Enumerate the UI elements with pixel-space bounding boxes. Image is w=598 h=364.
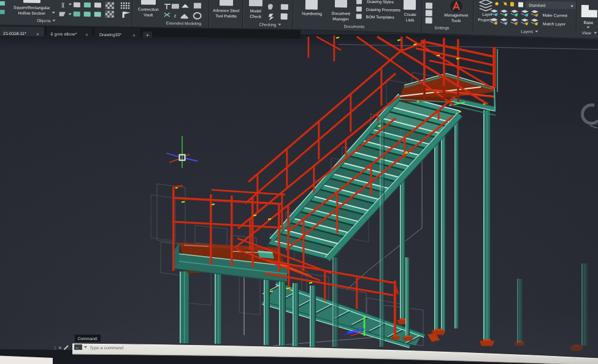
svg-text:Vault: Vault: [144, 13, 153, 17]
svg-text:Checking: Checking: [259, 23, 276, 27]
svg-text:Standard: Standard: [529, 4, 546, 8]
svg-text:Connection: Connection: [138, 7, 159, 12]
svg-text:Settings: Settings: [434, 26, 450, 31]
svg-text:z: z: [174, 13, 177, 18]
svg-text:Extended Modeling: Extended Modeling: [166, 21, 202, 26]
svg-text:⋮: ⋮: [53, 346, 58, 351]
svg-text:Documents: Documents: [343, 25, 365, 29]
svg-text:Lists: Lists: [406, 18, 415, 23]
svg-text:✕: ✕: [36, 33, 39, 37]
svg-text:BOM Templates: BOM Templates: [366, 15, 395, 20]
svg-text:✕: ✕: [85, 34, 88, 37]
svg-text:6 gore elbow*: 6 gore elbow*: [51, 32, 77, 37]
svg-text:Tool Palette: Tool Palette: [215, 14, 237, 19]
svg-text:Numbering: Numbering: [302, 12, 322, 16]
svg-text:Advance Steel: Advance Steel: [213, 9, 240, 13]
svg-text:Objects: Objects: [37, 19, 51, 23]
svg-text:Drawing30*: Drawing30*: [99, 32, 121, 37]
svg-text:✕: ✕: [132, 34, 136, 38]
svg-text:Command:: Command:: [77, 337, 98, 341]
svg-text:Manager: Manager: [332, 17, 349, 21]
svg-text:✕: ✕: [58, 346, 61, 351]
svg-text:Base: Base: [584, 21, 594, 25]
svg-text:Match Layer: Match Layer: [543, 22, 566, 27]
svg-text:Tools: Tools: [451, 19, 461, 23]
svg-text:Management: Management: [444, 13, 468, 18]
svg-text:>_: >_: [76, 347, 80, 351]
svg-text:Square/Rectangular: Square/Rectangular: [13, 6, 50, 10]
svg-text:Layers: Layers: [521, 30, 534, 34]
svg-text:Create: Create: [404, 13, 416, 17]
svg-text:Check: Check: [250, 15, 262, 19]
svg-text:Document: Document: [331, 12, 350, 16]
svg-text:Drawing Styles: Drawing Styles: [367, 0, 394, 5]
svg-text:Model: Model: [250, 9, 262, 13]
svg-text:+: +: [146, 32, 149, 38]
svg-text:Make Current: Make Current: [542, 13, 567, 18]
svg-text:Hollow Section: Hollow Section: [18, 11, 46, 16]
svg-text:21-0118-11*: 21-0118-11*: [3, 32, 26, 36]
svg-text:Type a command: Type a command: [90, 345, 124, 351]
svg-text:View: View: [582, 31, 592, 36]
svg-text:Drawing Processes: Drawing Processes: [366, 8, 401, 13]
